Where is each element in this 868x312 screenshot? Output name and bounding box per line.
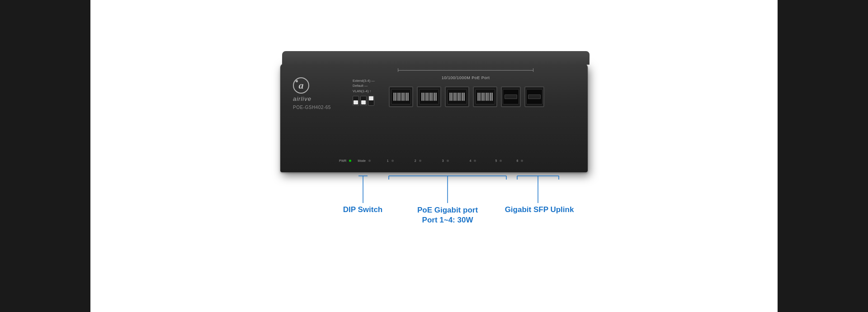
led-5-label: 5	[495, 159, 497, 162]
led-4-dot	[474, 160, 476, 162]
led-3-dot	[447, 160, 449, 162]
logo-circle: a	[293, 77, 309, 94]
dip-toggle-1	[354, 100, 358, 104]
led-row: PWR Mode 1 2 3 4 5 6	[339, 159, 523, 162]
rj45-pin	[407, 93, 409, 101]
brand-name: airlive	[293, 95, 311, 102]
rj45-pin	[463, 93, 465, 101]
rj45-pin	[395, 93, 396, 101]
rj45-pin	[491, 93, 493, 101]
rj45-pin	[483, 93, 485, 101]
logo-dot	[296, 80, 298, 82]
rj45-pin	[449, 93, 451, 101]
rj45-pin	[403, 93, 405, 101]
rj45-pin	[393, 93, 395, 101]
led-1-dot	[392, 160, 394, 162]
rj45-port-1	[389, 86, 413, 107]
rj45-pin	[427, 93, 429, 101]
rj45-inner-3	[447, 89, 467, 104]
sfp-uplink-label: Gigabit SFP Uplink	[501, 205, 578, 214]
logo-letter: a	[299, 80, 304, 91]
rj45-pin	[462, 93, 463, 101]
switch-top-face	[282, 51, 590, 65]
rj45-inner-1	[391, 89, 411, 104]
rj45-inner-4	[475, 89, 495, 104]
dip-switch-2[interactable]	[360, 96, 367, 106]
brand-area: a airlive POE-GSH402-65	[293, 77, 331, 110]
rj45-pin	[481, 93, 483, 101]
dip-label-vlan: VLAN(1-4) ↑	[353, 89, 375, 94]
dip-switch-1[interactable]	[353, 96, 359, 106]
model-name: POE-GSH402-65	[293, 105, 331, 110]
rj45-inner-2	[419, 89, 439, 104]
dip-labels: Extend(3-4) — Default — VLAN(1-4) ↑	[353, 78, 375, 94]
sfp-port-5	[501, 86, 521, 107]
rj45-pin	[479, 93, 481, 101]
led-mode-dot	[368, 160, 371, 162]
dip-section: Extend(3-4) — Default — VLAN(1-4) ↑	[353, 78, 375, 106]
led-6-dot	[521, 160, 523, 162]
sfp-slot-5	[505, 95, 517, 99]
side-bar-left	[0, 0, 90, 312]
dip-label-default: Default —	[353, 83, 375, 88]
dip-toggle-3	[369, 96, 373, 100]
rj45-pin	[451, 93, 453, 101]
rj45-pin	[455, 93, 457, 101]
led-3-label: 3	[442, 159, 444, 162]
rj45-pin	[490, 93, 491, 101]
rj45-pin	[423, 93, 425, 101]
airlive-logo: a	[293, 77, 309, 95]
rj45-pin	[397, 93, 399, 101]
led-pwr-label: PWR	[339, 159, 346, 162]
device-wrapper: a airlive POE-GSH402-65 Extend(3-4) — De…	[280, 64, 588, 248]
main-content: a airlive POE-GSH402-65 Extend(3-4) — De…	[90, 0, 778, 312]
ports-row	[389, 86, 544, 107]
dip-label-extend: Extend(3-4) —	[353, 78, 375, 83]
sfp-slot-6	[528, 95, 541, 99]
led-pwr-dot	[349, 160, 351, 162]
dip-switch-3[interactable]	[368, 96, 374, 106]
dip-switches-row	[353, 96, 374, 106]
sfp-inner-6	[526, 89, 542, 104]
led-2-dot	[419, 160, 421, 162]
rj45-pin	[453, 93, 455, 101]
rj45-pin	[486, 93, 487, 101]
led-6-label: 6	[516, 159, 518, 162]
rj45-pin	[421, 93, 423, 101]
rj45-port-4	[473, 86, 497, 107]
annotation-area: DIP Switch PoE Gigabit port Port 1~4: 30…	[280, 176, 588, 248]
port-top-label: 10/100/1000M PoE Port	[442, 73, 490, 81]
switch-chassis: a airlive POE-GSH402-65 Extend(3-4) — De…	[280, 64, 588, 172]
port-label-section: 10/100/1000M PoE Port	[389, 68, 542, 81]
rj45-port-2	[417, 86, 441, 107]
rj45-pin	[399, 93, 401, 101]
led-1-label: 1	[387, 159, 389, 162]
rj45-pin	[406, 93, 407, 101]
led-4-label: 4	[470, 159, 472, 162]
rj45-pin	[477, 93, 479, 101]
rj45-port-3	[445, 86, 469, 107]
rj45-pin	[401, 93, 403, 101]
rj45-pin	[429, 93, 431, 101]
rj45-pin	[431, 93, 433, 101]
side-bar-right	[778, 0, 868, 312]
rj45-pin	[487, 93, 489, 101]
rj45-pin	[435, 93, 437, 101]
sfp-inner-5	[503, 89, 519, 104]
dip-switch-label: DIP Switch	[326, 205, 400, 214]
rj45-pin	[425, 93, 427, 101]
rj45-pin	[434, 93, 435, 101]
led-mode-label: Mode	[358, 159, 366, 162]
rj45-pin	[458, 93, 459, 101]
rj45-pin	[459, 93, 461, 101]
led-5-dot	[500, 160, 502, 162]
poe-port-label: PoE Gigabit port Port 1~4: 30W	[409, 205, 486, 225]
led-2-label: 2	[415, 159, 416, 162]
sfp-port-6	[524, 86, 544, 107]
dip-toggle-2	[361, 100, 366, 104]
